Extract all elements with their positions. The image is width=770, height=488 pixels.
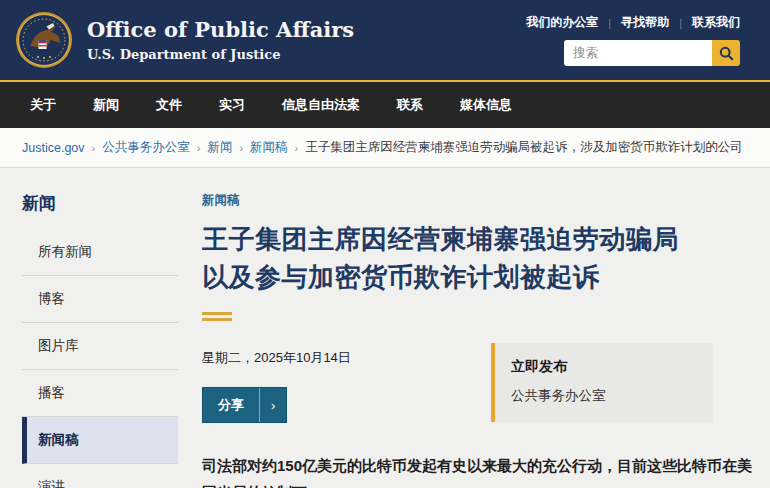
release-info-box: 立即发布 公共事务办公室 <box>491 343 713 422</box>
site-header: Office of Public Affairs U.S. Department… <box>0 0 770 80</box>
link-find-help[interactable]: 寻找帮助 <box>621 14 669 31</box>
link-separator: | <box>608 17 611 29</box>
nav-internships[interactable]: 实习 <box>219 96 245 114</box>
sidebar-list: 所有新闻 博客 图片库 播客 新闻稿 演讲 <box>22 229 178 488</box>
article-meta-row: 星期二，2025年10月14日 分享 › 立即发布 公共事务办公室 <box>202 343 755 423</box>
search-bar <box>564 40 740 66</box>
press-release-eyebrow[interactable]: 新闻稿 <box>202 192 755 209</box>
article-main: 新闻稿 王子集团主席因经营柬埔寨强迫劳动骗局以及参与加密货币欺诈计划被起诉 星期… <box>202 192 755 488</box>
link-contact-us[interactable]: 联系我们 <box>692 14 740 31</box>
share-button-label: 分享 <box>203 388 260 422</box>
chevron-right-icon: › <box>260 388 286 422</box>
breadcrumb-separator: › <box>197 142 201 154</box>
search-icon <box>719 46 734 61</box>
release-status: 立即发布 <box>511 358 697 376</box>
search-input[interactable] <box>564 40 712 66</box>
page-title: 王子集团主席因经营柬埔寨强迫劳动骗局以及参与加密货币欺诈计划被起诉 <box>202 221 682 296</box>
date-share-column: 星期二，2025年10月14日 分享 › <box>202 343 351 423</box>
crumb-news[interactable]: 新闻 <box>207 139 232 156</box>
crumb-opa[interactable]: 公共事务办公室 <box>102 139 190 156</box>
nav-about[interactable]: 关于 <box>30 96 56 114</box>
primary-nav: 关于 新闻 文件 实习 信息自由法案 联系 媒体信息 <box>0 80 770 128</box>
doj-seal-logo[interactable] <box>15 11 73 69</box>
sidebar-item-press-releases[interactable]: 新闻稿 <box>22 417 178 464</box>
gold-divider <box>202 312 232 321</box>
content-area: 新闻 所有新闻 博客 图片库 播客 新闻稿 演讲 新闻稿 王子集团主席因经营柬埔… <box>0 168 770 488</box>
department-subtitle: U.S. Department of Justice <box>87 47 354 62</box>
article-date: 星期二，2025年10月14日 <box>202 349 351 367</box>
sidebar-item-all-news[interactable]: 所有新闻 <box>22 229 178 276</box>
sidebar-item-speeches[interactable]: 演讲 <box>22 464 178 488</box>
breadcrumb-separator: › <box>239 142 243 154</box>
sidebar-item-photo-gallery[interactable]: 图片库 <box>22 323 178 370</box>
sidebar-item-podcasts[interactable]: 播客 <box>22 370 178 417</box>
office-title: Office of Public Affairs <box>87 18 354 42</box>
release-office: 公共事务办公室 <box>511 387 697 405</box>
sidebar-item-blogs[interactable]: 博客 <box>22 276 178 323</box>
agency-titles: Office of Public Affairs U.S. Department… <box>87 18 354 61</box>
crumb-press-releases[interactable]: 新闻稿 <box>250 139 288 156</box>
header-utility: 我们的办公室 | 寻找帮助 | 联系我们 <box>526 14 740 66</box>
news-sidebar: 新闻 所有新闻 博客 图片库 播客 新闻稿 演讲 <box>22 192 178 488</box>
nav-media-info[interactable]: 媒体信息 <box>460 96 512 114</box>
lead-paragraph: 司法部对约150亿美元的比特币发起有史以来最大的充公行动，目前这些比特币在美国当… <box>202 453 755 488</box>
link-our-office[interactable]: 我们的办公室 <box>526 14 598 31</box>
nav-documents[interactable]: 文件 <box>156 96 182 114</box>
breadcrumb-separator: › <box>92 142 96 154</box>
crumb-current-page: 王子集团主席因经营柬埔寨强迫劳动骗局被起诉，涉及加密货币欺诈计划的公司 <box>305 139 743 156</box>
crumb-justice-gov[interactable]: Justice.gov <box>22 141 85 155</box>
breadcrumb: Justice.gov › 公共事务办公室 › 新闻 › 新闻稿 › 王子集团主… <box>0 128 770 168</box>
share-button[interactable]: 分享 › <box>202 387 287 423</box>
search-button[interactable] <box>712 40 740 66</box>
nav-news[interactable]: 新闻 <box>93 96 119 114</box>
nav-foia[interactable]: 信息自由法案 <box>282 96 360 114</box>
nav-contact[interactable]: 联系 <box>397 96 423 114</box>
breadcrumb-separator: › <box>295 142 299 154</box>
utility-links: 我们的办公室 | 寻找帮助 | 联系我们 <box>526 14 740 31</box>
sidebar-heading: 新闻 <box>22 192 178 215</box>
link-separator: | <box>679 17 682 29</box>
